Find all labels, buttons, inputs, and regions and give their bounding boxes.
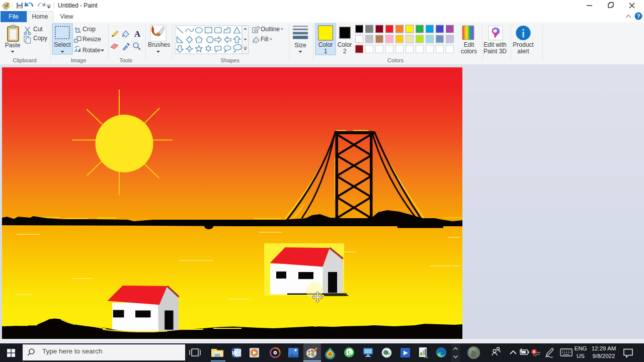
svg-text:A: A — [134, 29, 141, 39]
svg-text:?: ? — [637, 13, 640, 19]
svg-text:W: W — [232, 350, 237, 356]
